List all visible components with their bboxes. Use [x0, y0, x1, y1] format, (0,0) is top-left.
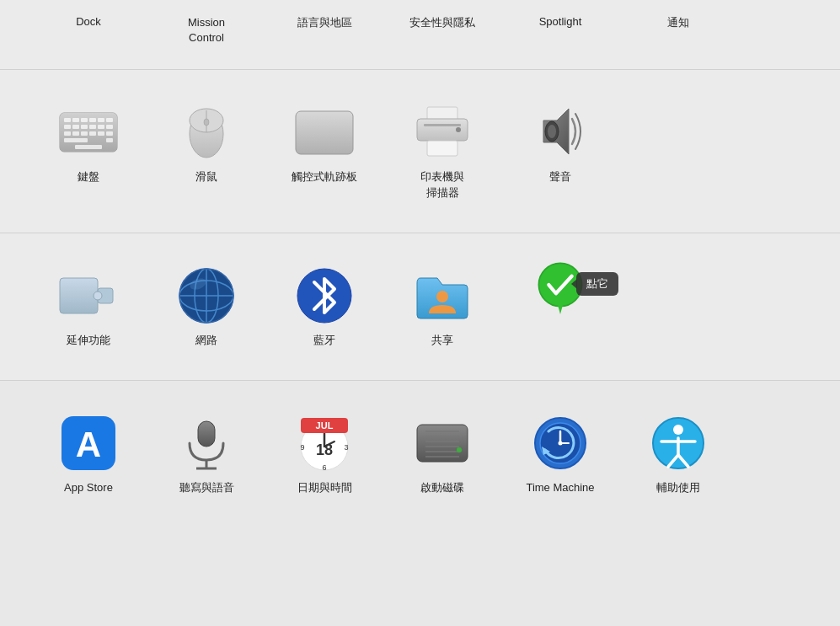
top-item-mission-control[interactable]: MissionControl — [152, 8, 261, 52]
item-network[interactable]: 網路 — [152, 259, 261, 355]
top-item-spotlight[interactable]: Spotlight — [506, 8, 615, 52]
svg-rect-16 — [81, 131, 88, 136]
dictation-icon — [178, 415, 235, 472]
item-trackpad-label: 觸控式軌跡板 — [292, 169, 357, 185]
svg-rect-8 — [64, 125, 71, 129]
svg-rect-30 — [424, 124, 461, 126]
svg-rect-21 — [106, 138, 113, 142]
printer-icon — [412, 105, 473, 160]
svg-rect-12 — [98, 125, 104, 129]
item-network-label: 網路 — [195, 333, 217, 348]
svg-rect-27 — [296, 111, 353, 154]
svg-rect-6 — [98, 118, 104, 122]
item-appstore[interactable]: A App Store — [34, 406, 143, 502]
svg-rect-31 — [427, 141, 457, 156]
svg-point-80 — [673, 425, 683, 435]
section-hardware: 鍵盤 滑鼠 — [0, 70, 840, 233]
item-mouse-label: 滑鼠 — [195, 169, 217, 185]
item-datetime-label: 日期與時間 — [297, 480, 352, 495]
svg-rect-10 — [81, 125, 88, 129]
item-sound-label: 聲音 — [549, 169, 571, 185]
svg-rect-15 — [72, 131, 79, 136]
item-trackpad[interactable]: 觸控式軌跡板 — [270, 95, 379, 191]
top-item-notification[interactable]: 通知 — [623, 8, 733, 52]
svg-text:A: A — [76, 425, 101, 464]
item-printer-label: 印表機與掃描器 — [420, 169, 464, 200]
svg-rect-14 — [64, 131, 71, 136]
svg-text:3: 3 — [344, 443, 348, 452]
svg-text:9: 9 — [300, 443, 304, 452]
svg-point-26 — [204, 119, 209, 126]
item-keyboard[interactable]: 鍵盤 — [34, 95, 143, 191]
svg-text:6: 6 — [322, 463, 326, 472]
svg-rect-2 — [64, 118, 71, 122]
tooltip-bubble: 點它 — [576, 272, 618, 296]
svg-rect-19 — [106, 131, 113, 136]
item-bluetooth[interactable]: 藍牙 — [270, 259, 379, 355]
item-sound[interactable]: 聲音 — [506, 95, 615, 191]
svg-point-38 — [94, 292, 102, 300]
sound-icon — [535, 102, 586, 163]
item-accessibility[interactable]: 輔助使用 — [623, 406, 733, 502]
svg-text:JUL: JUL — [316, 420, 334, 431]
item-extensions[interactable]: 延伸功能 — [34, 259, 143, 355]
svg-point-72 — [457, 447, 462, 452]
item-startupdisk-label: 啟動磁碟 — [420, 480, 464, 495]
top-item-dock[interactable]: Dock — [34, 8, 143, 52]
item-startupdisk[interactable]: 啟動磁碟 — [388, 406, 497, 502]
svg-point-35 — [548, 125, 556, 138]
svg-rect-5 — [89, 118, 96, 122]
svg-rect-17 — [89, 131, 96, 136]
item-mouse[interactable]: 滑鼠 — [152, 95, 261, 191]
extensions-icon — [58, 270, 119, 322]
svg-rect-36 — [60, 278, 98, 313]
item-timemachine-label: Time Machine — [526, 480, 594, 495]
section-network: 延伸功能 網路 — [0, 233, 840, 381]
item-dictation-label: 聽寫與語音 — [179, 480, 234, 495]
svg-rect-4 — [81, 118, 88, 122]
svg-rect-22 — [75, 145, 102, 149]
item-sharing-label: 共享 — [431, 333, 453, 348]
top-item-security[interactable]: 安全性與隱私 — [388, 8, 497, 52]
item-bluetooth-label: 藍牙 — [313, 333, 335, 348]
item-extensions-label: 延伸功能 — [67, 333, 110, 348]
item-keyboard-label: 鍵盤 — [78, 169, 99, 185]
item-datetime[interactable]: 12 3 6 9 JUL 18 日期與時間 — [270, 406, 379, 502]
startupdisk-icon — [414, 418, 471, 468]
svg-point-78 — [559, 441, 563, 445]
svg-marker-49 — [558, 303, 564, 314]
svg-rect-52 — [198, 421, 215, 447]
svg-point-47 — [436, 291, 448, 302]
item-accessibility-label: 輔助使用 — [656, 480, 700, 495]
svg-rect-3 — [72, 118, 79, 122]
appstore-icon: A — [60, 415, 117, 472]
keyboard-icon — [58, 111, 119, 153]
svg-rect-20 — [64, 138, 88, 142]
item-sharing[interactable]: 共享 — [388, 259, 497, 355]
sharing-icon — [414, 270, 471, 322]
datetime-icon: 12 3 6 9 JUL 18 — [296, 415, 353, 472]
item-printer[interactable]: 印表機與掃描器 — [388, 95, 497, 206]
svg-rect-9 — [72, 125, 79, 129]
mouse-icon — [186, 102, 227, 163]
svg-rect-13 — [106, 125, 113, 129]
svg-rect-7 — [106, 118, 113, 122]
accessibility-icon — [650, 415, 707, 472]
top-item-language[interactable]: 語言與地區 — [270, 8, 379, 52]
item-dictation[interactable]: 聽寫與語音 — [152, 406, 261, 502]
svg-text:18: 18 — [316, 441, 333, 458]
item-check-tooltip[interactable]: 點它 — [506, 250, 615, 331]
section-other: A App Store — [0, 381, 840, 527]
trackpad-icon — [294, 110, 355, 156]
svg-point-32 — [456, 127, 461, 132]
svg-rect-11 — [89, 125, 96, 129]
item-timemachine[interactable]: Time Machine — [506, 406, 615, 502]
bluetooth-icon — [296, 267, 353, 324]
network-icon — [178, 267, 235, 324]
item-appstore-label: App Store — [64, 480, 113, 495]
timemachine-icon — [532, 415, 589, 472]
svg-rect-18 — [98, 131, 104, 136]
